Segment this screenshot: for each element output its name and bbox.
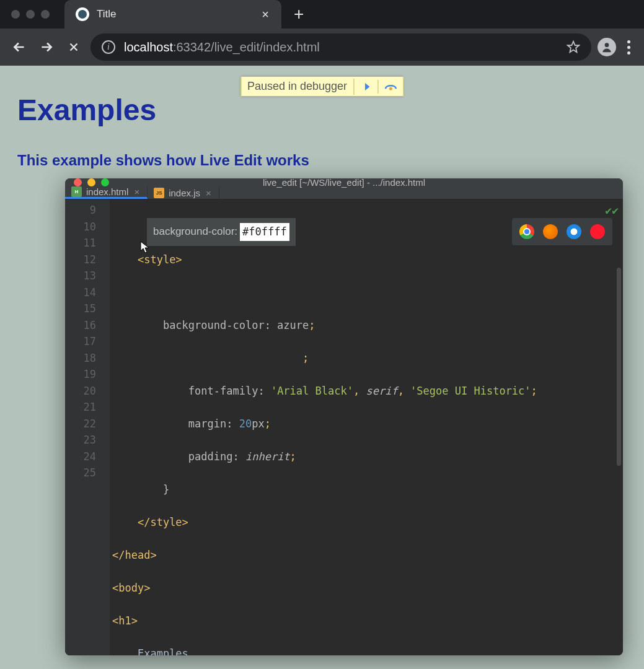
tab-bar: Title × +	[0, 0, 644, 28]
url-text: localhost:63342/live_edit/index.html	[124, 40, 320, 55]
new-tab-button[interactable]: +	[285, 4, 312, 24]
ide-titlebar: live_edit [~/WS/live_edit] - .../index.h…	[65, 178, 623, 186]
step-over-button[interactable]	[377, 80, 403, 94]
html-file-icon: H	[71, 186, 82, 197]
editor[interactable]: ✔✔ 910111213141516171819202122232425 bac…	[65, 199, 623, 655]
page-subheading: This example shows how Live Edit works	[17, 152, 632, 169]
mouse-cursor-icon	[140, 241, 151, 255]
tooltip-label: background-color:	[153, 224, 237, 240]
profile-icon[interactable]	[598, 38, 616, 56]
resume-script-button[interactable]	[353, 79, 377, 95]
opera-icon[interactable]	[590, 224, 605, 239]
page-content: Paused in debugger Examples This example…	[0, 66, 644, 655]
banner-text: Paused in debugger	[241, 77, 353, 96]
tab-label: index.js	[169, 188, 200, 198]
site-info-icon[interactable]: i	[102, 40, 115, 54]
page-heading: Examples	[17, 93, 632, 127]
editor-tab-index-js[interactable]: JS index.js ×	[148, 186, 219, 199]
browser-menu-icon[interactable]	[622, 40, 635, 55]
debugger-paused-banner: Paused in debugger	[240, 76, 404, 97]
tab-label: index.html	[86, 186, 128, 197]
editor-tabs: H index.html × JS index.js ×	[65, 186, 623, 199]
open-in-browser-toolbar	[512, 218, 612, 245]
close-tab-icon[interactable]: ×	[133, 186, 141, 197]
back-button[interactable]	[9, 37, 30, 58]
window-controls[interactable]	[0, 10, 61, 19]
tooltip-value[interactable]: #f0ffff	[240, 223, 289, 241]
favicon-icon	[76, 7, 89, 21]
svg-point-1	[389, 87, 392, 90]
color-tooltip[interactable]: background-color: #f0ffff	[147, 218, 296, 246]
analysis-ok-icon[interactable]: ✔✔	[605, 204, 619, 217]
minimize-window-icon[interactable]	[26, 10, 35, 19]
code-area[interactable]: background-color: #f0ffff <style> backgr…	[110, 199, 623, 655]
browser-window: Title × + i localhost:63342/live_edit/in…	[0, 0, 644, 655]
firefox-icon[interactable]	[543, 224, 558, 239]
chrome-icon[interactable]	[519, 224, 534, 239]
close-window-icon[interactable]	[11, 10, 20, 19]
svg-point-0	[605, 43, 609, 47]
ide-window: live_edit [~/WS/live_edit] - .../index.h…	[65, 178, 623, 655]
fold-gutter[interactable]	[101, 199, 110, 655]
stop-button[interactable]	[63, 37, 84, 58]
safari-icon[interactable]	[567, 224, 581, 239]
url-input[interactable]: i localhost:63342/live_edit/index.html	[90, 33, 591, 61]
js-file-icon: JS	[154, 188, 164, 198]
bookmark-icon[interactable]	[567, 40, 580, 54]
close-tab-icon[interactable]: ×	[205, 188, 213, 198]
maximize-window-icon[interactable]	[41, 10, 50, 19]
line-number-gutter: 910111213141516171819202122232425	[65, 199, 101, 655]
address-bar: i localhost:63342/live_edit/index.html	[0, 28, 644, 66]
browser-tab[interactable]: Title ×	[64, 0, 281, 28]
forward-button[interactable]	[36, 37, 57, 58]
editor-tab-index-html[interactable]: H index.html ×	[65, 186, 148, 199]
tab-title: Title	[97, 8, 117, 20]
close-tab-icon[interactable]: ×	[258, 5, 273, 24]
